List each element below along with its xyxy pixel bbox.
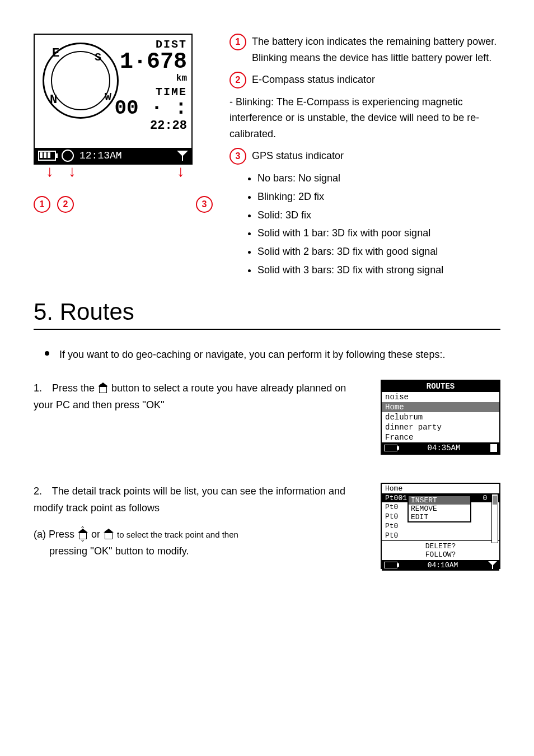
step1-prefix: Press the bbox=[52, 382, 97, 394]
mini-scrollbar bbox=[491, 494, 498, 543]
popup-insert: INSERT bbox=[409, 496, 470, 505]
context-popup: INSERT REMOVE EDIT bbox=[407, 495, 471, 522]
desc-text-2b: - Blinking: The E-Compass is experiencin… bbox=[229, 94, 500, 142]
pointer-arrow-2: ↓ bbox=[68, 162, 76, 180]
routes-time: 04:35AM bbox=[428, 444, 461, 452]
compass-dial: N E S W bbox=[43, 43, 119, 119]
bullet-4: Solid with 1 bar: 3D fix with poor signa… bbox=[257, 225, 500, 241]
callout-1: 1 bbox=[34, 196, 50, 213]
bullet-2: Blinking: 2D fix bbox=[257, 189, 500, 205]
page-button-icon-2: 〜 bbox=[103, 529, 114, 540]
section-heading: 5. Routes bbox=[34, 298, 500, 330]
step2-num: 2. bbox=[34, 483, 49, 500]
routes-footer: 04:35AM bbox=[382, 442, 499, 454]
dist-unit: km bbox=[114, 73, 187, 83]
time-small: 22:28 bbox=[114, 119, 187, 133]
gps-status-list: No bars: No signal Blinking: 2D fix Soli… bbox=[229, 170, 500, 278]
callout-2: 2 bbox=[57, 196, 74, 213]
desc-num-2: 2 bbox=[229, 72, 246, 88]
dist-value: 1·678 bbox=[114, 51, 187, 73]
routes-header: ROUTES bbox=[382, 381, 499, 392]
gps-antenna-icon bbox=[177, 151, 188, 161]
routes-screen: ROUTES noise Home delubrum dinner party … bbox=[381, 380, 500, 455]
detail-side-2: Pt0 bbox=[382, 521, 499, 531]
route-row-2: delubrum bbox=[382, 412, 499, 422]
detail-col-row: Pt001 bbox=[385, 494, 407, 502]
desc-text-2: E-Compass status indicator bbox=[252, 72, 375, 88]
route-row-1: Home bbox=[382, 402, 499, 412]
bullet-3: Solid: 3D fix bbox=[257, 207, 500, 223]
step1-num: 1. bbox=[34, 380, 49, 397]
step2a-mid: or bbox=[91, 529, 103, 540]
detail-prompt2: FOLLOW? bbox=[382, 550, 499, 559]
detail-battery-icon bbox=[384, 562, 397, 568]
detail-screen: Home Pt001 : 0 m Pt0 Pt0 Pt0 Pt0 INSERT … bbox=[381, 483, 500, 569]
compass-s: S bbox=[95, 51, 101, 64]
mini-scroll-thumb bbox=[493, 496, 497, 505]
desc-text-3: GPS status indicator bbox=[252, 148, 344, 164]
detail-side-3: Pt0 bbox=[382, 531, 499, 540]
desc-num-3: 3 bbox=[229, 148, 246, 165]
step2a-label: (a) Press bbox=[34, 529, 77, 540]
mini-battery-icon bbox=[384, 445, 397, 451]
page-button-icon: 〜 bbox=[97, 383, 109, 394]
detail-footer: 04:10AM bbox=[382, 560, 499, 571]
callout-3: 3 bbox=[196, 196, 213, 213]
route-row-0: noise bbox=[382, 392, 499, 402]
lcd-status-bar: 12:13AM bbox=[35, 148, 191, 164]
route-row-3: dinner party bbox=[382, 422, 499, 432]
detail-prompt1: DELETE? bbox=[382, 542, 499, 550]
step2a-line2: pressing ''OK'' button to modify. bbox=[34, 543, 364, 560]
lcd-main: N E S W DIST 1·678 km TIME 00 · : 22:28 … bbox=[34, 34, 193, 165]
mini-scroll-indicator bbox=[490, 444, 497, 452]
time-big: 00 · : bbox=[114, 99, 187, 119]
intro-text: If you want to do geo-caching or navigat… bbox=[59, 347, 445, 363]
popup-edit: EDIT bbox=[409, 513, 470, 521]
bullet-6: Solid with 3 bars: 3D fix with strong si… bbox=[257, 262, 500, 278]
updown-button-icon: ⌃ ⌄ bbox=[77, 529, 88, 540]
compass-status-icon bbox=[62, 150, 74, 162]
step2-text: The detail track points will be list, yo… bbox=[34, 486, 345, 514]
compass-e: E bbox=[52, 46, 59, 60]
detail-antenna-icon bbox=[488, 561, 497, 569]
bullet-icon bbox=[45, 351, 49, 356]
compass-w: W bbox=[105, 91, 111, 104]
desc-text-1: The battery icon indicates the remaining… bbox=[252, 34, 500, 66]
bullet-1: No bars: No signal bbox=[257, 170, 500, 186]
pointer-arrow-3: ↓ bbox=[177, 162, 185, 180]
detail-title: Home bbox=[382, 484, 499, 494]
bullet-5: Solid with 2 bars: 3D fix with good sign… bbox=[257, 244, 500, 260]
step2a-suffix: to select the track point and then bbox=[117, 530, 238, 539]
pointer-arrow-1: ↓ bbox=[46, 162, 54, 180]
desc-num-1: 1 bbox=[229, 34, 246, 50]
battery-icon bbox=[38, 151, 56, 161]
detail-time: 04:10AM bbox=[428, 561, 458, 570]
device-screenshot: N E S W DIST 1·678 km TIME 00 · : 22:28 … bbox=[34, 34, 213, 282]
compass-n: N bbox=[50, 93, 57, 107]
popup-remove: REMOVE bbox=[409, 505, 470, 513]
route-row-4: France bbox=[382, 432, 499, 442]
clock-text: 12:13AM bbox=[79, 150, 122, 161]
